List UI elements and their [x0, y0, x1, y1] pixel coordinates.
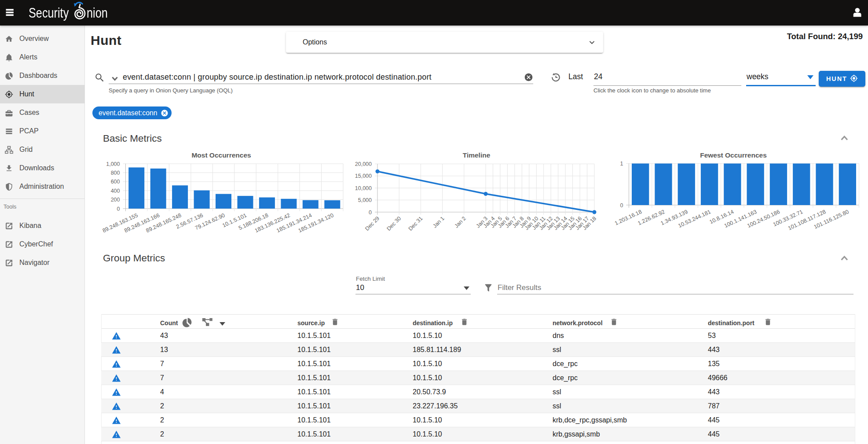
- svg-text:400: 400: [111, 188, 120, 194]
- svg-text:600: 600: [111, 179, 120, 185]
- svg-text:Most Occurrences: Most Occurrences: [191, 151, 251, 159]
- svg-text:Dec 29: Dec 29: [364, 215, 381, 232]
- svg-text:200: 200: [111, 197, 120, 203]
- svg-text:0: 0: [620, 202, 623, 209]
- svg-text:1,000: 1,000: [106, 161, 120, 167]
- svg-text:0: 0: [117, 206, 120, 212]
- svg-text:89.248.163.155: 89.248.163.155: [102, 212, 139, 234]
- svg-text:20,000: 20,000: [355, 161, 372, 167]
- svg-text:10,000: 10,000: [355, 185, 372, 191]
- svg-text:Jan 1: Jan 1: [432, 215, 446, 229]
- svg-text:0: 0: [369, 209, 372, 216]
- svg-text:Jan 2: Jan 2: [453, 215, 467, 229]
- svg-text:Dec 31: Dec 31: [407, 215, 424, 232]
- svg-text:Dec 30: Dec 30: [385, 215, 402, 232]
- svg-text:Timeline: Timeline: [463, 151, 491, 159]
- svg-text:5,000: 5,000: [358, 197, 372, 203]
- svg-text:Fewest Occurrences: Fewest Occurrences: [700, 151, 767, 159]
- svg-text:1: 1: [620, 161, 623, 167]
- svg-text:800: 800: [111, 170, 120, 176]
- svg-text:15,000: 15,000: [355, 173, 372, 179]
